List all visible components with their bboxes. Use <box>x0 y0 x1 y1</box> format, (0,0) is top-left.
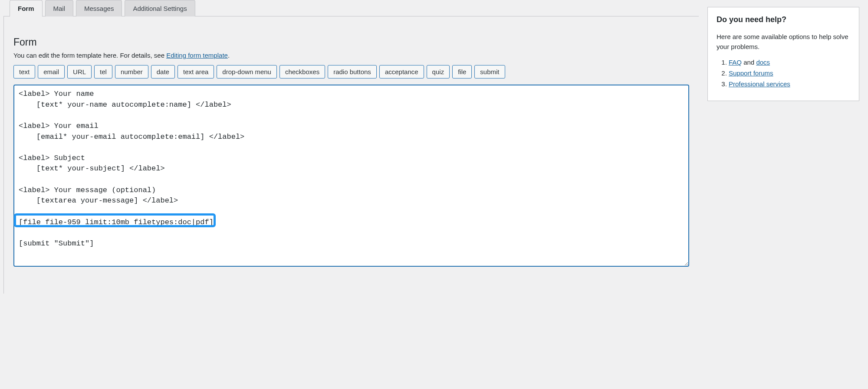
form-template-textarea[interactable] <box>13 85 689 267</box>
help-and-text: and <box>742 59 756 66</box>
help-item-pro: Professional services <box>729 80 850 88</box>
docs-link[interactable]: docs <box>756 59 770 66</box>
professional-services-link[interactable]: Professional services <box>729 80 790 88</box>
tab-mail[interactable]: Mail <box>45 0 74 16</box>
editor-tabs: Form Mail Messages Additional Settings <box>10 0 699 16</box>
tag-number-button[interactable]: number <box>115 65 148 78</box>
tab-messages[interactable]: Messages <box>76 0 122 16</box>
tab-form[interactable]: Form <box>10 0 43 16</box>
faq-link[interactable]: FAQ <box>729 59 742 66</box>
editing-template-link[interactable]: Editing form template <box>166 52 228 59</box>
tag-submit-button[interactable]: submit <box>474 65 505 78</box>
tag-text-button[interactable]: text <box>13 65 35 78</box>
help-list: FAQ and docs Support forums Professional… <box>717 59 850 88</box>
tag-checkboxes-button[interactable]: checkboxes <box>279 65 325 78</box>
tag-dropdown-button[interactable]: drop-down menu <box>217 65 277 78</box>
tag-quiz-button[interactable]: quiz <box>427 65 450 78</box>
tag-date-button[interactable]: date <box>151 65 175 78</box>
section-description: You can edit the form template here. For… <box>13 52 689 59</box>
tag-textarea-button[interactable]: text area <box>178 65 214 78</box>
tag-tel-button[interactable]: tel <box>94 65 112 78</box>
tag-file-button[interactable]: file <box>452 65 472 78</box>
help-box: Do you need help? Here are some availabl… <box>707 7 859 101</box>
help-item-support: Support forums <box>729 69 850 77</box>
help-item-faq: FAQ and docs <box>729 59 850 66</box>
support-forums-link[interactable]: Support forums <box>729 69 773 77</box>
form-panel: Form You can edit the form template here… <box>3 16 699 294</box>
tab-additional-settings[interactable]: Additional Settings <box>125 0 195 16</box>
tag-url-button[interactable]: URL <box>67 65 92 78</box>
desc-suffix: . <box>228 52 230 59</box>
desc-prefix: You can edit the form template here. For… <box>13 52 166 59</box>
tag-radio-button[interactable]: radio buttons <box>328 65 377 78</box>
section-title: Form <box>13 36 689 48</box>
tag-generator-row: text email URL tel number date text area… <box>13 65 689 78</box>
tag-email-button[interactable]: email <box>38 65 65 78</box>
help-intro: Here are some available options to help … <box>717 32 850 52</box>
tag-acceptance-button[interactable]: acceptance <box>379 65 424 78</box>
help-title: Do you need help? <box>717 15 850 24</box>
